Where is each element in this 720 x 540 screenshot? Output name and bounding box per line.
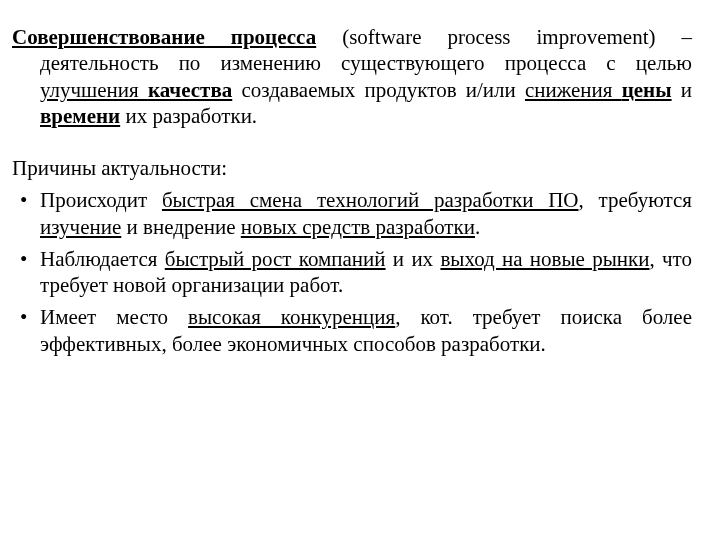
definition-paragraph: Совершенствование процесса (software pro…	[12, 24, 692, 129]
definition-mid2: создаваемых продуктов и/или	[232, 78, 525, 102]
definition-term: Совершенствование процесса	[12, 25, 316, 49]
reasons-heading: Причины актуальности:	[12, 155, 692, 181]
definition-price: цены	[622, 78, 672, 102]
reasons-list: Происходит быстрая смена технологий разр…	[12, 187, 692, 357]
definition-quality: качества	[148, 78, 232, 102]
definition-reduce: снижения	[525, 78, 622, 102]
definition-improve: улучшения	[40, 78, 148, 102]
definition-tail: их разработки.	[120, 104, 257, 128]
definition-time: времени	[40, 104, 120, 128]
list-item: Имеет место высокая конкуренция, кот. тр…	[40, 304, 692, 357]
list-item: Происходит быстрая смена технологий разр…	[40, 187, 692, 240]
list-item: Наблюдается быстрый рост компаний и их в…	[40, 246, 692, 299]
definition-and: и	[672, 78, 692, 102]
document-page: Совершенствование процесса (software pro…	[0, 0, 720, 540]
